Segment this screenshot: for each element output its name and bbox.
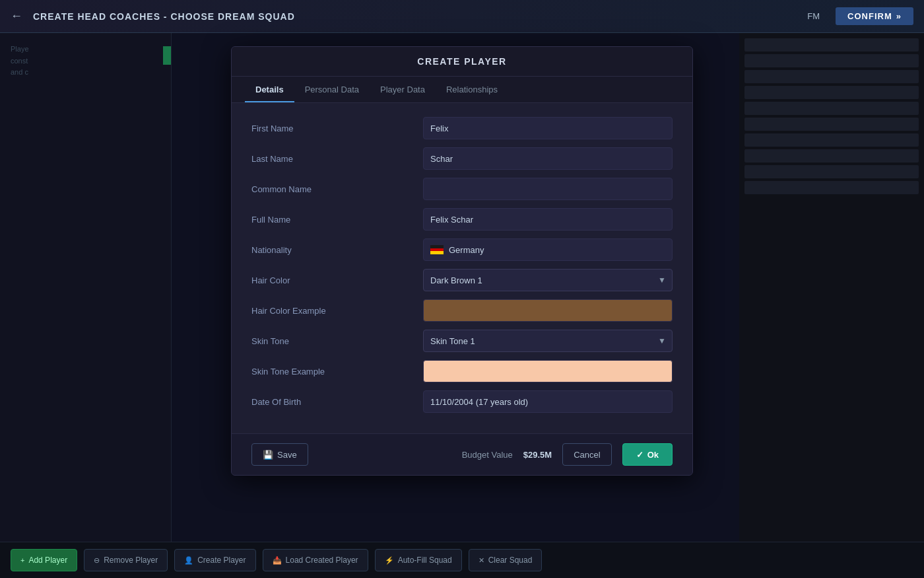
confirm-button[interactable]: CONFIRM » (836, 7, 913, 25)
remove-player-label: Remove Player (104, 556, 158, 565)
auto-fill-icon: ⚡ (385, 556, 394, 565)
hair-color-select[interactable]: Dark Brown 1 Dark Brown 2 Light Brown Bl… (423, 269, 673, 291)
tab-details[interactable]: Details (245, 77, 294, 102)
cancel-button[interactable]: Cancel (562, 443, 611, 466)
first-name-label: First Name (251, 124, 423, 133)
skin-tone-select[interactable]: Skin Tone 1 Skin Tone 2 Skin Tone 3 Skin… (423, 330, 673, 352)
hair-color-example-field (423, 299, 673, 322)
load-icon: 📥 (273, 556, 282, 565)
add-player-label: Add Player (28, 556, 67, 565)
auto-fill-button[interactable]: ⚡ Auto-Fill Squad (375, 549, 462, 571)
remove-player-button[interactable]: ⊖ Remove Player (84, 549, 168, 571)
budget-label: Budget Value (462, 450, 513, 460)
modal-tabs: Details Personal Data Player Data Relati… (232, 77, 692, 103)
page-title: CREATE HEAD COACHES - CHOOSE DREAM SQUAD (33, 11, 807, 22)
budget-value: $29.5M (523, 450, 552, 460)
bottom-bar: + Add Player ⊖ Remove Player 👤 Create Pl… (0, 542, 924, 578)
last-name-field (423, 147, 673, 170)
ok-label: Ok (647, 450, 659, 460)
load-player-label: Load Created Player (286, 556, 358, 565)
modal-header: CREATE PLAYER (232, 47, 692, 77)
hair-color-row: Hair Color Dark Brown 1 Dark Brown 2 Lig… (251, 268, 673, 292)
tab-relationships[interactable]: Relationships (436, 77, 508, 102)
fm-label: FM (807, 11, 820, 21)
hair-color-select-wrapper: Dark Brown 1 Dark Brown 2 Light Brown Bl… (423, 269, 673, 291)
ok-icon: ✓ (636, 450, 644, 460)
skin-tone-field: Skin Tone 1 Skin Tone 2 Skin Tone 3 Skin… (423, 330, 673, 352)
hair-color-field: Dark Brown 1 Dark Brown 2 Light Brown Bl… (423, 269, 673, 291)
hair-color-example-label: Hair Color Example (251, 306, 423, 316)
add-player-button[interactable]: + Add Player (11, 549, 77, 571)
clear-icon: ✕ (478, 556, 484, 565)
skin-tone-example-row: Skin Tone Example (251, 359, 673, 383)
skin-tone-label: Skin Tone (251, 336, 423, 346)
add-icon: + (20, 556, 24, 564)
hair-color-label: Hair Color (251, 275, 423, 285)
first-name-field (423, 117, 673, 139)
modal-body: First Name Last Name Common Name (232, 103, 692, 433)
modal-overlay: CREATE PLAYER Details Personal Data Play… (0, 33, 924, 542)
last-name-label: Last Name (251, 154, 423, 164)
full-name-field (423, 208, 673, 231)
nationality-label: Nationality (251, 245, 423, 255)
common-name-row: Common Name (251, 177, 673, 201)
last-name-row: Last Name (251, 147, 673, 170)
create-player-button[interactable]: 👤 Create Player (174, 549, 255, 571)
full-name-row: Full Name (251, 207, 673, 231)
clear-squad-button[interactable]: ✕ Clear Squad (469, 549, 543, 571)
modal-title: CREATE PLAYER (245, 56, 679, 67)
tab-player-data[interactable]: Player Data (370, 77, 436, 102)
hair-color-example-row: Hair Color Example (251, 299, 673, 322)
date-of-birth-row: Date Of Birth (251, 390, 673, 414)
full-name-label: Full Name (251, 215, 423, 225)
clear-squad-label: Clear Squad (488, 556, 533, 565)
skin-tone-example-label: Skin Tone Example (251, 367, 423, 377)
date-of-birth-label: Date Of Birth (251, 397, 423, 407)
common-name-input[interactable] (423, 178, 673, 200)
nationality-field[interactable]: Germany (423, 238, 673, 261)
auto-fill-label: Auto-Fill Squad (398, 556, 452, 565)
save-icon: 💾 (263, 450, 273, 460)
back-button[interactable]: ← (11, 9, 22, 23)
top-bar: ← CREATE HEAD COACHES - CHOOSE DREAM SQU… (0, 0, 924, 33)
date-of-birth-field (423, 390, 673, 413)
load-player-button[interactable]: 📥 Load Created Player (263, 549, 368, 571)
first-name-input[interactable] (423, 117, 673, 139)
germany-flag-icon (430, 245, 444, 254)
skin-tone-example-swatch (423, 360, 673, 382)
create-player-label: Create Player (197, 556, 246, 565)
skin-tone-example-field (423, 360, 673, 382)
save-button[interactable]: 💾 Save (251, 443, 308, 466)
last-name-input[interactable] (423, 147, 673, 170)
hair-color-example-swatch (423, 299, 673, 322)
first-name-row: First Name (251, 116, 673, 140)
skin-tone-row: Skin Tone Skin Tone 1 Skin Tone 2 Skin T… (251, 329, 673, 353)
nationality-display[interactable]: Germany (423, 238, 673, 261)
nationality-value: Germany (449, 245, 484, 255)
footer-left: 💾 Save (251, 443, 308, 466)
create-icon: 👤 (184, 556, 193, 565)
save-label: Save (277, 450, 297, 460)
modal-footer: 💾 Save Budget Value $29.5M Cancel ✓ Ok (232, 433, 692, 475)
skin-tone-select-wrapper: Skin Tone 1 Skin Tone 2 Skin Tone 3 Skin… (423, 330, 673, 352)
common-name-field (423, 178, 673, 200)
tab-personal-data[interactable]: Personal Data (294, 77, 370, 102)
create-player-modal: CREATE PLAYER Details Personal Data Play… (231, 46, 693, 476)
nationality-row: Nationality Germany (251, 238, 673, 262)
common-name-label: Common Name (251, 184, 423, 194)
date-of-birth-input[interactable] (423, 390, 673, 413)
full-name-input[interactable] (423, 208, 673, 231)
remove-icon: ⊖ (94, 556, 100, 565)
footer-right: Budget Value $29.5M Cancel ✓ Ok (462, 443, 673, 466)
ok-button[interactable]: ✓ Ok (622, 443, 673, 466)
